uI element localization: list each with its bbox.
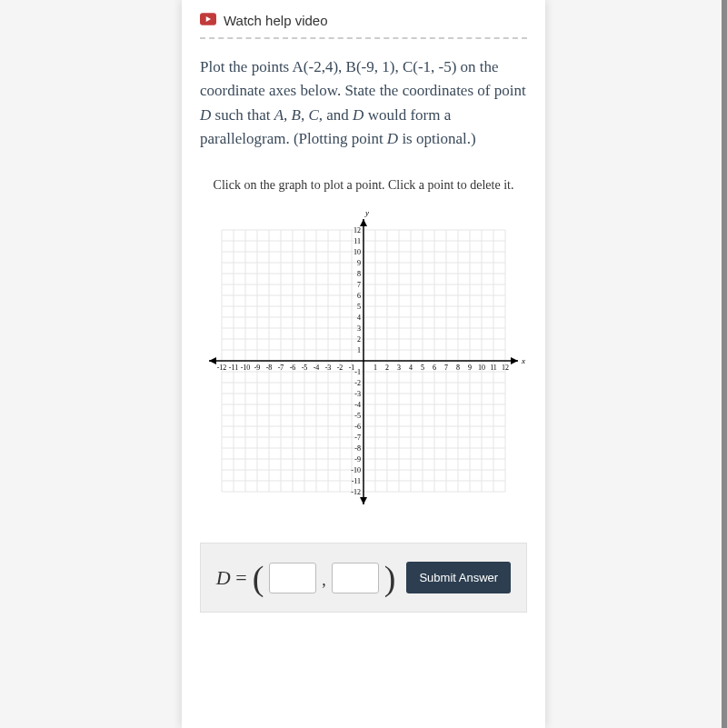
- svg-text:-9: -9: [354, 455, 361, 464]
- svg-text:2: 2: [385, 364, 389, 372]
- svg-marker-54: [360, 219, 367, 226]
- svg-text:-6: -6: [354, 423, 361, 431]
- svg-text:-5: -5: [302, 364, 308, 372]
- svg-text:-3: -3: [325, 364, 332, 372]
- svg-text:-7: -7: [278, 364, 284, 372]
- watch-help-video-link[interactable]: Watch help video: [200, 9, 527, 37]
- svg-text:5: 5: [421, 364, 424, 372]
- svg-text:11: 11: [354, 237, 361, 245]
- answer-d-label: D =: [216, 566, 247, 590]
- svg-text:12: 12: [354, 226, 361, 234]
- svg-text:6: 6: [357, 292, 361, 300]
- svg-text:-5: -5: [354, 412, 361, 420]
- svg-text:-1: -1: [354, 368, 361, 376]
- svg-text:-8: -8: [266, 364, 273, 372]
- answer-y-input[interactable]: [332, 563, 379, 593]
- svg-text:-2: -2: [337, 364, 344, 372]
- x-axis-label: x: [521, 356, 525, 365]
- svg-text:-10: -10: [241, 364, 251, 372]
- y-axis-label: y: [364, 208, 369, 217]
- svg-marker-52: [511, 357, 518, 364]
- svg-text:10: 10: [354, 248, 361, 256]
- coordinate-graph[interactable]: y x -12-11-10-9-8-7-6-5-4-3-2-1 12345678…: [200, 206, 527, 515]
- svg-text:9: 9: [468, 364, 472, 372]
- svg-text:-10: -10: [351, 466, 361, 474]
- divider: [200, 37, 527, 39]
- svg-text:7: 7: [444, 364, 448, 372]
- svg-text:3: 3: [397, 364, 401, 372]
- svg-text:1: 1: [373, 364, 377, 372]
- svg-text:-11: -11: [229, 364, 238, 372]
- svg-text:-12: -12: [217, 364, 227, 372]
- question-text: Plot the points A(-2,4), B(-9, 1), C(-1,…: [200, 55, 527, 151]
- svg-text:3: 3: [357, 324, 361, 333]
- svg-text:2: 2: [357, 335, 361, 344]
- comma: ,: [322, 571, 326, 593]
- svg-text:-11: -11: [352, 477, 361, 485]
- svg-text:-3: -3: [354, 390, 361, 398]
- svg-text:-7: -7: [354, 434, 361, 442]
- svg-text:8: 8: [456, 364, 460, 372]
- youtube-icon: [200, 13, 216, 28]
- answer-x-input[interactable]: [269, 563, 316, 593]
- svg-text:4: 4: [357, 314, 361, 322]
- svg-marker-55: [360, 497, 367, 504]
- svg-text:5: 5: [357, 303, 361, 311]
- open-paren: (: [253, 564, 264, 592]
- svg-text:4: 4: [409, 364, 413, 372]
- graph-instruction: Click on the graph to plot a point. Clic…: [200, 178, 527, 193]
- help-video-label: Watch help video: [224, 13, 328, 28]
- svg-text:1: 1: [357, 346, 361, 354]
- svg-text:-2: -2: [354, 379, 361, 387]
- svg-text:-8: -8: [354, 444, 361, 453]
- svg-marker-53: [209, 357, 216, 364]
- scrollbar-edge: [722, 0, 727, 728]
- svg-text:-9: -9: [254, 364, 261, 372]
- svg-text:8: 8: [357, 270, 361, 278]
- svg-text:12: 12: [502, 364, 509, 372]
- svg-text:10: 10: [478, 364, 485, 372]
- svg-text:-12: -12: [351, 488, 361, 496]
- submit-answer-button[interactable]: Submit Answer: [406, 562, 511, 593]
- svg-text:-4: -4: [314, 364, 320, 372]
- svg-text:6: 6: [433, 364, 436, 372]
- svg-text:-1: -1: [349, 364, 355, 372]
- svg-text:7: 7: [357, 281, 361, 289]
- svg-text:-4: -4: [354, 401, 361, 409]
- svg-text:9: 9: [357, 259, 361, 267]
- answer-panel: D = ( , ) Submit Answer: [200, 543, 527, 613]
- svg-text:11: 11: [490, 364, 497, 372]
- close-paren: ): [384, 564, 396, 592]
- svg-text:-6: -6: [290, 364, 296, 372]
